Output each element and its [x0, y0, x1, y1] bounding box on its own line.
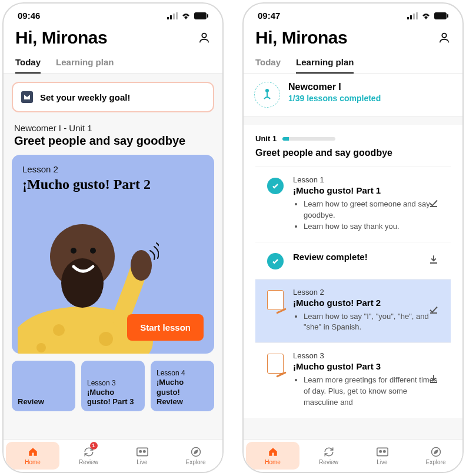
- current-lesson-card[interactable]: Lesson 2 ¡Mucho gusto! Part 2 Start less…: [12, 155, 214, 354]
- svg-point-31: [383, 451, 385, 452]
- upcoming-lessons-row: Review Lesson 3 ¡Mucho gusto! Part 3 Les…: [4, 354, 222, 411]
- mini-title: Review: [18, 397, 69, 407]
- lesson-bullet: Learn how to say "I", "you", "he", and "…: [304, 311, 439, 334]
- tab-today[interactable]: Today: [15, 54, 41, 73]
- nav-label: Explore: [426, 459, 446, 465]
- wifi-icon: [181, 12, 191, 19]
- lesson-card-icon: [267, 351, 285, 408]
- flashcard-icon: [267, 290, 284, 310]
- svg-rect-22: [410, 15, 412, 19]
- svg-point-27: [442, 34, 446, 38]
- unit-path: Newcomer I - Unit 1: [4, 119, 222, 134]
- profile-icon[interactable]: [198, 31, 211, 44]
- course-level-icon: [254, 82, 280, 108]
- lesson-item-1[interactable]: Lesson 1 ¡Mucho gusto! Part 1 Learn how …: [255, 167, 451, 242]
- lesson-bullet: Learn how to greet someone and say goodb…: [304, 199, 439, 221]
- goal-icon: [21, 91, 33, 103]
- nav-label: Live: [377, 459, 387, 465]
- status-icons: [167, 12, 208, 19]
- mini-card-lesson-3[interactable]: Lesson 3 ¡Mucho gusto! Part 3: [81, 361, 145, 411]
- download-icon[interactable]: [428, 254, 439, 267]
- svg-point-11: [90, 248, 96, 254]
- phone-today-view: 09:46 Hi, Mironas Today Learning plan Se…: [2, 2, 224, 473]
- clock: 09:46: [18, 11, 40, 21]
- signal-icon: [167, 12, 178, 19]
- tabs: Today Learning plan: [244, 54, 462, 74]
- home-icon: [27, 446, 39, 458]
- tab-today[interactable]: Today: [255, 54, 281, 73]
- lesson-item-3[interactable]: Lesson 3 ¡Mucho gusto! Part 3 Learn more…: [255, 342, 451, 418]
- live-icon: [377, 446, 388, 458]
- lesson-label: Lesson 3: [293, 351, 439, 360]
- svg-point-15: [36, 343, 46, 352]
- lesson-list: Lesson 1 ¡Mucho gusto! Part 1 Learn how …: [255, 158, 451, 418]
- svg-point-13: [53, 324, 65, 336]
- lesson-bullets: Learn how to say "I", "you", "he", and "…: [293, 311, 439, 334]
- greeting-row: Hi, Mironas: [244, 24, 462, 54]
- mini-title: ¡Mucho gusto! Part 3: [87, 388, 139, 407]
- mini-title: ¡Mucho gusto! Review: [157, 378, 208, 407]
- lesson-item-review[interactable]: Review complete!: [255, 242, 451, 279]
- battery-icon: [434, 12, 448, 19]
- lesson-status-icon: [267, 251, 285, 269]
- tab-learning-plan[interactable]: Learning plan: [296, 54, 354, 73]
- svg-point-6: [202, 34, 206, 38]
- nav-review[interactable]: Review: [302, 440, 355, 472]
- svg-rect-16: [137, 448, 147, 455]
- nav-explore[interactable]: Explore: [409, 440, 462, 472]
- course-progress-text: 1/39 lessons completed: [288, 94, 381, 103]
- course-header[interactable]: Newcomer I 1/39 lessons completed: [244, 74, 462, 116]
- svg-marker-20: [194, 450, 198, 454]
- unit-progress-bar: [282, 137, 335, 141]
- home-icon: [267, 446, 279, 458]
- mini-label: Lesson 3: [87, 379, 139, 388]
- check-icon: [267, 253, 284, 269]
- svg-point-10: [71, 248, 76, 254]
- unit-progress-fill: [282, 137, 289, 141]
- svg-rect-0: [167, 17, 169, 19]
- nav-live[interactable]: Live: [115, 440, 169, 472]
- svg-marker-33: [434, 450, 438, 454]
- nav-live[interactable]: Live: [355, 440, 409, 472]
- mini-card-lesson-4[interactable]: Lesson 4 ¡Mucho gusto! Review: [151, 361, 214, 411]
- download-icon[interactable]: [428, 374, 439, 387]
- nav-home[interactable]: Home: [246, 442, 299, 470]
- checkmark-icon: [428, 198, 439, 211]
- status-bar: 09:47: [244, 4, 462, 24]
- nav-label: Home: [265, 459, 281, 465]
- plan-content: Newcomer I 1/39 lessons completed Unit 1…: [244, 74, 462, 439]
- live-icon: [137, 446, 148, 458]
- today-content: Set your weekly goal! Newcomer I - Unit …: [4, 74, 222, 439]
- nav-review[interactable]: 1 Review: [62, 440, 115, 472]
- nav-home[interactable]: Home: [6, 442, 59, 470]
- weekly-goal-card[interactable]: Set your weekly goal!: [12, 82, 214, 112]
- nav-explore[interactable]: Explore: [169, 440, 222, 472]
- lesson-title: ¡Mucho gusto! Part 3: [293, 361, 439, 371]
- lesson-label: Lesson 2: [293, 288, 439, 297]
- svg-rect-21: [407, 17, 409, 19]
- lesson-item-2[interactable]: Lesson 2 ¡Mucho gusto! Part 2 Learn how …: [255, 279, 451, 343]
- svg-point-30: [380, 451, 381, 452]
- nav-label: Home: [25, 459, 41, 465]
- signal-icon: [407, 12, 418, 19]
- lesson-label: Lesson 1: [293, 175, 439, 184]
- lesson-title: Review complete!: [293, 252, 439, 262]
- status-icons: [407, 12, 448, 19]
- course-name: Newcomer I: [288, 82, 381, 92]
- svg-point-12: [131, 250, 152, 281]
- battery-icon: [194, 12, 208, 19]
- lesson-bullets: Learn how to greet someone and say goodb…: [293, 199, 439, 232]
- tab-learning-plan[interactable]: Learning plan: [56, 54, 114, 73]
- lesson-card-icon: [267, 288, 285, 334]
- start-lesson-button[interactable]: Start lesson: [127, 314, 204, 341]
- mini-card-review[interactable]: Review: [12, 361, 75, 411]
- status-bar: 09:46: [4, 4, 222, 24]
- greeting-row: Hi, Mironas: [4, 24, 222, 54]
- profile-icon[interactable]: [438, 31, 451, 44]
- svg-rect-5: [207, 14, 208, 18]
- greeting-text: Hi, Mironas: [255, 28, 347, 48]
- lesson-bullet: Learn more greetings for different times…: [304, 375, 439, 408]
- unit-title: Greet people and say goodbye: [255, 148, 451, 158]
- clock: 09:47: [258, 11, 280, 21]
- greeting-text: Hi, Mironas: [15, 28, 107, 48]
